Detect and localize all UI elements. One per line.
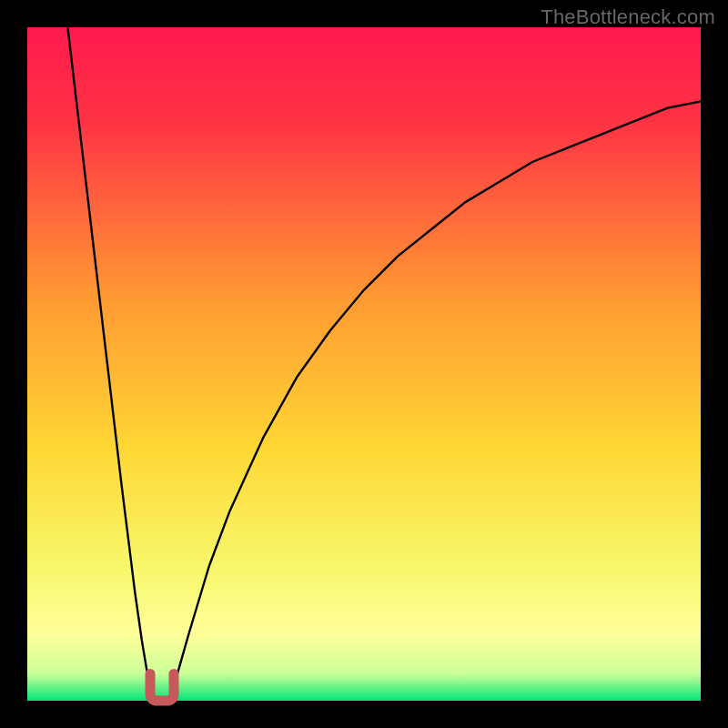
watermark-text: TheBottleneck.com xyxy=(541,5,715,29)
plot-background xyxy=(27,27,701,701)
chart-canvas xyxy=(0,0,728,728)
chart-frame: TheBottleneck.com xyxy=(0,0,728,728)
